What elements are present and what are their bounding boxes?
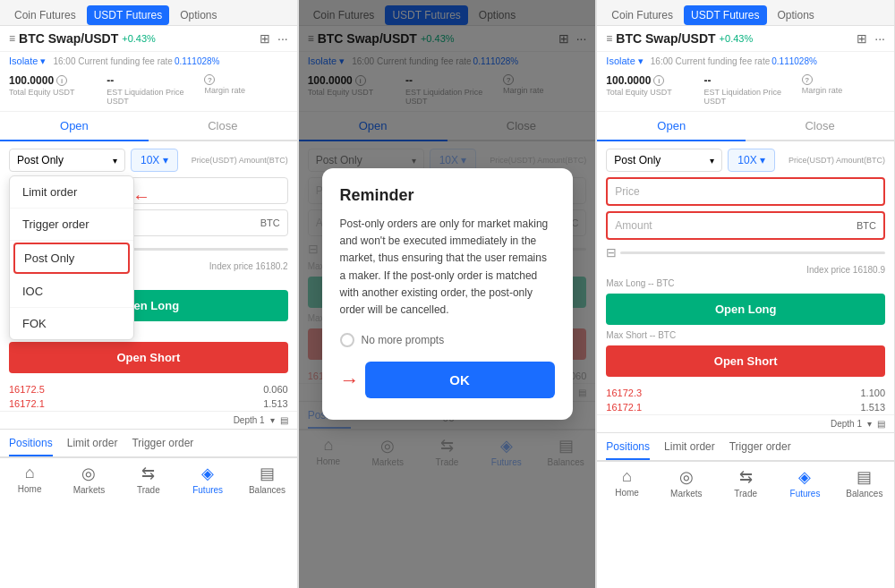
depth-icon-1[interactable]: ▾ <box>270 415 275 425</box>
equity-label-1: Total Equity USDT <box>9 88 92 97</box>
futures-icon-1: ◈ <box>201 464 214 483</box>
more-icon-1[interactable]: ··· <box>277 31 288 46</box>
ob-sell-row-1: 16172.50.060 <box>9 382 288 396</box>
trigger-tab-3[interactable]: Trigger order <box>729 440 791 460</box>
depth-label-3: Depth 1 <box>831 419 862 429</box>
nav-markets-1[interactable]: ◎ Markets <box>59 464 118 495</box>
tab-coin-futures-1[interactable]: Coin Futures <box>7 5 83 25</box>
dropdown-fok-1[interactable]: FOK <box>10 308 133 339</box>
pair-title-1: BTC Swap/USDT <box>19 31 118 46</box>
nav-futures-3[interactable]: ◈Futures <box>775 467 834 499</box>
nav-home-3[interactable]: ⌂Home <box>597 467 656 499</box>
max-row-3: Max Long -- BTC <box>606 278 885 288</box>
balances-label-1: Balances <box>249 485 286 495</box>
equity-info-3: i <box>653 75 664 86</box>
tab-options-3[interactable]: Options <box>771 5 822 25</box>
nav-balances-3[interactable]: ▤Balances <box>835 467 894 499</box>
positions-tab-1[interactable]: Positions <box>9 437 53 456</box>
markets-icon-3: ◎ <box>679 467 694 487</box>
depth-icon-3[interactable]: ▾ <box>867 419 872 429</box>
order-type-select-1[interactable]: Post Only ▾ <box>9 149 125 172</box>
tab-coin-futures-3[interactable]: Coin Futures <box>604 5 680 25</box>
margin-info-3: ? <box>802 74 813 85</box>
limit-order-tab-1[interactable]: Limit order <box>67 437 118 456</box>
close-tab-1[interactable]: Close <box>149 112 297 140</box>
open-tab-1[interactable]: Open <box>0 112 149 140</box>
balances-label-3: Balances <box>846 489 882 499</box>
modal-title: Reminder <box>340 186 555 205</box>
liq-label-1: EST Liquidation Price USDT <box>107 88 190 106</box>
tab-usdt-futures-3[interactable]: USDT Futures <box>684 5 766 25</box>
slider-bar-3[interactable] <box>620 251 885 254</box>
markets-label-3: Markets <box>670 489 703 499</box>
markets-icon-1: ◎ <box>81 464 96 483</box>
liq-label-3: EST Liquidation Price USDT <box>704 88 788 106</box>
chart-icon-3[interactable]: ⊞ <box>857 31 867 46</box>
sub-header-1: Isolate ▾ 16:00 Current funding fee rate… <box>0 52 297 71</box>
amount-input-3[interactable]: Amount BTC <box>606 211 885 240</box>
close-tab-3[interactable]: Close <box>746 112 894 140</box>
panel-1: Coin Futures USDT Futures Options ≡ BTC … <box>0 0 298 588</box>
pair-header-1: ≡ BTC Swap/USDT +0.43% ⊞ ··· <box>0 26 297 52</box>
dropdown-limit-1[interactable]: Limit order <box>10 176 133 209</box>
nav-markets-3[interactable]: ◎Markets <box>657 467 716 499</box>
more-icon-3[interactable]: ··· <box>874 31 885 46</box>
nav-home-1[interactable]: ⌂ Home <box>0 464 59 495</box>
open-tab-3[interactable]: Open <box>597 112 746 140</box>
nav-trade-3[interactable]: ⇆Trade <box>716 467 775 499</box>
depth-row-1: Depth 1 ▾ ▤ <box>0 411 297 429</box>
nav-futures-1[interactable]: ◈ Futures <box>178 464 237 495</box>
margin-label-3: Margin rate <box>802 86 885 95</box>
pair-title-3: BTC Swap/USDT <box>616 31 715 46</box>
dropdown-ioc-1[interactable]: IOC <box>10 276 133 308</box>
margin-stat-3: ? Margin rate <box>802 74 885 106</box>
trade-label-3: Trade <box>734 489 757 499</box>
modal-overlay-2: Reminder Post-only orders are only for m… <box>299 0 596 588</box>
no-more-prompts[interactable]: No more prompts <box>340 333 555 347</box>
nav-trade-1[interactable]: ⇆ Trade <box>119 464 178 495</box>
form-row-3: Post Only▾ 10X ▾ Price(USDT) Amount(BTC) <box>606 149 885 172</box>
tab-usdt-futures-1[interactable]: USDT Futures <box>87 5 169 25</box>
open-short-btn-1[interactable]: Open Short <box>9 342 288 373</box>
max-short-label-3: Max Short -- BTC <box>606 330 676 340</box>
grid-icon-3[interactable]: ▤ <box>877 419 885 429</box>
margin-info-icon-1: ? <box>204 74 215 85</box>
depth-row-3: Depth 1 ▾ ▤ <box>597 414 894 432</box>
isolate-btn-3[interactable]: Isolate ▾ <box>606 55 643 67</box>
futures-label-1: Futures <box>192 485 223 495</box>
header-icons-3: ⊞ ··· <box>857 31 885 46</box>
pair-change-1: +0.43% <box>122 33 156 44</box>
chart-icon-1[interactable]: ⊞ <box>260 31 270 46</box>
dropdown-trigger-1[interactable]: Trigger order <box>10 209 133 241</box>
margin-label-1: Margin rate <box>204 86 287 95</box>
open-long-btn-3[interactable]: Open Long <box>606 294 885 325</box>
price-input-3[interactable]: Price <box>606 177 885 206</box>
isolate-btn-1[interactable]: Isolate ▾ <box>9 55 46 67</box>
order-type-3[interactable]: Post Only▾ <box>606 149 722 172</box>
open-short-btn-3[interactable]: Open Short <box>606 345 885 377</box>
leverage-btn-1[interactable]: 10X ▾ <box>131 149 178 172</box>
margin-value-1: ? <box>204 74 287 85</box>
checkbox-label: No more prompts <box>362 334 445 346</box>
positions-tab-3[interactable]: Positions <box>606 440 650 460</box>
tab-options-1[interactable]: Options <box>173 5 224 25</box>
home-label-3: Home <box>615 488 639 498</box>
price-amount-cols-1: Price(USDT) Amount(BTC) <box>183 156 288 165</box>
panel-2: Coin Futures USDT Futures Options ≡ BTC … <box>299 0 597 588</box>
nav-balances-1[interactable]: ▤ Balances <box>237 464 296 495</box>
leverage-3[interactable]: 10X ▾ <box>728 149 775 172</box>
grid-icon-1[interactable]: ▤ <box>280 415 288 425</box>
slider-icon-3: ⊟ <box>606 245 617 260</box>
nav-bar-3: ⌂Home ◎Markets ⇆Trade ◈Futures ▤Balances <box>597 461 894 504</box>
ok-button[interactable]: OK <box>365 362 555 398</box>
funding-label-1: 16:00 Current funding fee rate <box>53 56 172 66</box>
cols-3: Price(USDT) Amount(BTC) <box>780 156 885 165</box>
order-form-3: Post Only▾ 10X ▾ Price(USDT) Amount(BTC)… <box>597 141 894 384</box>
funding-label-3: 16:00 Current funding fee rate <box>651 56 770 66</box>
limit-tab-3[interactable]: Limit order <box>664 440 715 460</box>
dropdown-postonly-1[interactable]: Post Only <box>13 243 130 274</box>
trigger-order-tab-1[interactable]: Trigger order <box>132 437 193 456</box>
ob-sell-row-2: 16172.11.513 <box>9 396 288 411</box>
max-short-row-3: Max Short -- BTC <box>606 330 885 340</box>
liq-value-1: -- <box>107 74 190 87</box>
